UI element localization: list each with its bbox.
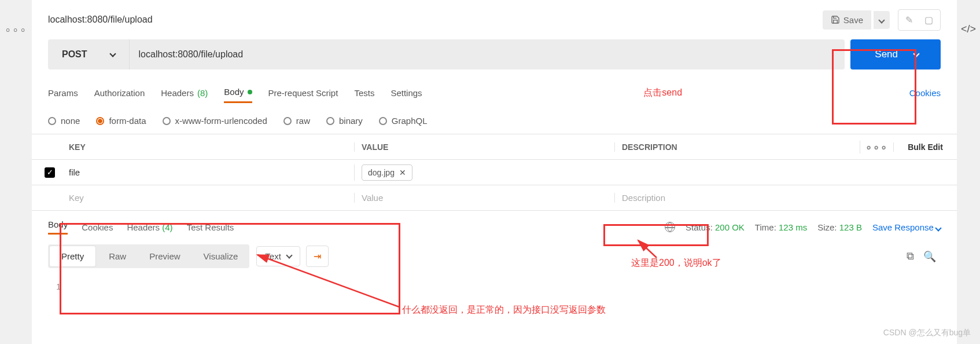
radio-icon	[379, 117, 387, 125]
table-row: ✓ file dog.jpg ✕	[32, 160, 957, 185]
time-label: Time: 123 ms	[755, 222, 807, 232]
key-cell[interactable]: file	[62, 167, 354, 177]
desc-placeholder[interactable]: Description	[614, 193, 860, 203]
tab-headers[interactable]: Headers (8)	[161, 88, 208, 98]
radio-form-data[interactable]: form-data	[96, 116, 146, 126]
tab-settings[interactable]: Settings	[390, 88, 422, 98]
col-key: KEY	[62, 142, 354, 152]
radio-binary[interactable]: binary	[326, 116, 363, 126]
code-line: 1	[49, 282, 940, 291]
radio-icon	[283, 117, 292, 125]
value-cell[interactable]: dog.jpg ✕	[354, 164, 614, 181]
cookies-link[interactable]: Cookies	[909, 88, 941, 98]
left-rail: ∘∘∘	[0, 0, 32, 344]
view-pretty[interactable]: Pretty	[50, 246, 95, 266]
tab-body[interactable]: Body	[224, 87, 252, 103]
save-dropdown[interactable]	[874, 11, 890, 29]
url-input[interactable]	[130, 49, 845, 60]
value-placeholder[interactable]: Value	[354, 193, 614, 203]
resp-tab-testresults[interactable]: Test Results	[187, 222, 234, 232]
remove-file-icon[interactable]: ✕	[399, 168, 406, 177]
chevron-down-icon	[913, 50, 919, 57]
radio-icon	[96, 117, 104, 125]
annotation-status: 这里是200，说明ok了	[631, 257, 721, 269]
view-preview[interactable]: Preview	[138, 244, 191, 268]
radio-icon	[326, 117, 334, 125]
chevron-down-icon	[109, 50, 116, 57]
chevron-down-icon	[878, 17, 885, 23]
annotation-send: 点击send	[643, 87, 682, 99]
radio-none[interactable]: none	[48, 116, 80, 126]
status-label: Status: 200 OK	[686, 222, 745, 232]
table-row-empty: Key Value Description	[32, 185, 957, 211]
resp-tab-cookies[interactable]: Cookies	[82, 222, 113, 232]
tab-authorization[interactable]: Authorization	[94, 88, 145, 98]
radio-urlencoded[interactable]: x-www-form-urlencoded	[163, 116, 267, 126]
size-label: Size: 123 B	[817, 222, 862, 232]
save-response-button[interactable]: Save Response	[872, 222, 941, 232]
toolbar-icons: ✎ ▢	[898, 9, 941, 31]
tab-tests[interactable]: Tests	[354, 88, 374, 98]
formdata-table: KEY VALUE DESCRIPTION ∘∘∘ Bulk Edit ✓ fi…	[32, 134, 957, 211]
radio-icon	[163, 117, 171, 125]
key-placeholder[interactable]: Key	[62, 193, 354, 203]
chevron-down-icon	[286, 252, 292, 258]
globe-icon	[665, 222, 675, 232]
annotation-empty: 什么都没返回，是正常的，因为接口没写返回参数	[402, 304, 606, 316]
file-chip[interactable]: dog.jpg ✕	[362, 164, 412, 181]
col-more-icon[interactable]: ∘∘∘	[860, 141, 893, 153]
save-icon	[831, 15, 840, 24]
wrap-lines-button[interactable]: ⇥	[306, 246, 329, 267]
http-method-select[interactable]: POST	[48, 39, 130, 69]
bulk-edit-button[interactable]: Bulk Edit	[893, 142, 957, 152]
comment-icon[interactable]: ▢	[920, 12, 938, 28]
col-desc: DESCRIPTION	[614, 142, 860, 152]
view-raw[interactable]: Raw	[97, 244, 138, 268]
checkbox[interactable]: ✓	[45, 167, 55, 178]
view-mode-group: Pretty Raw Preview Visualize	[48, 244, 249, 268]
active-dot-icon	[248, 90, 252, 94]
radio-icon	[48, 117, 56, 125]
radio-raw[interactable]: raw	[283, 116, 310, 126]
response-body: 1	[32, 275, 957, 303]
resp-tab-headers[interactable]: Headers (4)	[127, 222, 172, 232]
main-panel: localhost:8080/file/upload Save ✎ ▢ POST	[32, 0, 957, 344]
save-button[interactable]: Save	[823, 10, 871, 30]
resp-tab-body[interactable]: Body	[48, 219, 68, 235]
edit-icon[interactable]: ✎	[901, 12, 918, 28]
radio-graphql[interactable]: GraphQL	[379, 116, 428, 126]
send-button[interactable]: Send	[850, 39, 941, 69]
tab-prerequest[interactable]: Pre-request Script	[268, 88, 338, 98]
format-select[interactable]: Text	[256, 246, 300, 266]
copy-icon[interactable]: ⧉	[902, 250, 919, 262]
col-value: VALUE	[354, 142, 614, 152]
tab-params[interactable]: Params	[48, 88, 78, 98]
watermark: CSDN @怎么又有bug单	[883, 328, 971, 338]
request-tab-title: localhost:8080/file/upload	[48, 14, 823, 25]
view-visualize[interactable]: Visualize	[192, 244, 250, 268]
search-icon[interactable]: 🔍	[919, 250, 941, 263]
right-rail: </>	[957, 0, 980, 344]
chevron-down-icon	[935, 225, 941, 231]
